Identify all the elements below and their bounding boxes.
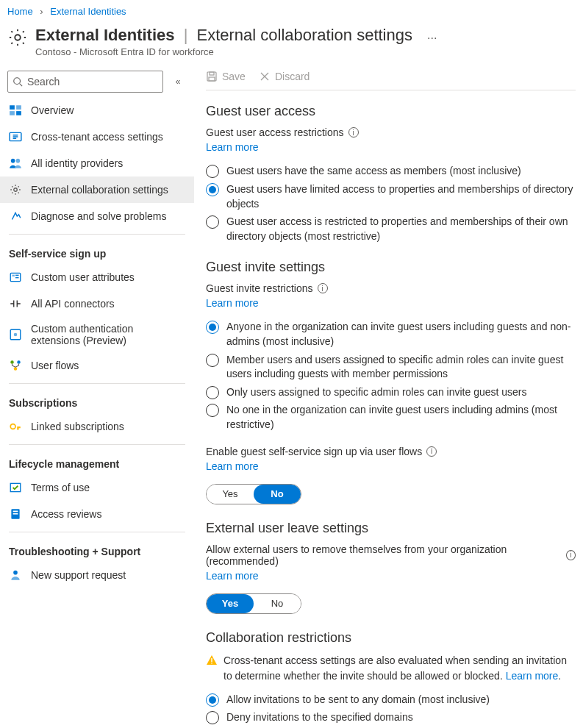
radio-icon <box>206 183 219 196</box>
svg-point-16 <box>10 361 14 365</box>
key-icon <box>9 420 22 433</box>
radio-icon <box>206 165 219 178</box>
collab-warning-learn-more[interactable]: Learn more <box>506 670 559 682</box>
support-icon <box>9 568 22 582</box>
page-header: External Identities | External collabora… <box>0 23 583 66</box>
more-button[interactable]: ··· <box>427 32 437 45</box>
title-separator: | <box>184 26 188 44</box>
svg-rect-27 <box>209 77 215 81</box>
toggle-yes[interactable]: Yes <box>207 485 254 504</box>
radio-invite-admins-only[interactable]: Only users assigned to specific admin ro… <box>206 385 576 400</box>
svg-rect-22 <box>13 511 18 513</box>
radio-icon <box>206 215 219 229</box>
discard-button[interactable]: Discard <box>259 71 310 82</box>
radio-guest-access-limited[interactable]: Guest users have limited access to prope… <box>206 182 576 211</box>
radio-icon <box>206 386 219 399</box>
search-input[interactable]: Search <box>7 71 163 93</box>
sidebar-item-support-request[interactable]: New support request <box>0 562 194 588</box>
radio-collab-deny-domains[interactable]: Deny invitations to the specified domain… <box>206 710 576 725</box>
radio-icon <box>206 354 219 367</box>
section-guest-access-title: Guest user access <box>206 104 576 119</box>
divider <box>9 383 185 384</box>
sidebar-item-access-reviews[interactable]: Access reviews <box>0 501 194 527</box>
section-guest-invite-title: Guest invite settings <box>206 260 576 275</box>
svg-point-24 <box>13 571 18 575</box>
svg-point-8 <box>16 159 21 163</box>
svg-point-18 <box>14 368 18 371</box>
radio-collab-allow-any[interactable]: Allow invitations to be sent to any doma… <box>206 693 576 707</box>
guest-invite-label: Guest invite restrictions i <box>206 282 576 294</box>
attributes-icon <box>9 271 22 284</box>
page-subtitle: Contoso - Microsoft Entra ID for workfor… <box>35 46 412 57</box>
sidebar-item-identity-providers[interactable]: All identity providers <box>0 150 194 176</box>
save-button[interactable]: Save <box>206 71 246 82</box>
sidebar-item-terms-of-use[interactable]: Terms of use <box>0 474 194 501</box>
toggle-no[interactable]: No <box>254 594 301 613</box>
svg-rect-3 <box>16 106 21 110</box>
sidebar-item-label: Linked subscriptions <box>31 421 124 432</box>
info-icon[interactable]: i <box>318 283 328 293</box>
diagnose-icon <box>9 210 22 223</box>
leave-learn-more[interactable]: Learn more <box>206 570 259 582</box>
svg-rect-28 <box>211 658 212 662</box>
section-leave-title: External user leave settings <box>206 521 576 536</box>
nav-group-lifecycle: Lifecycle management <box>0 449 194 474</box>
sidebar-item-custom-auth[interactable]: Custom authentication extensions (Previe… <box>0 317 194 352</box>
discard-icon <box>259 71 271 82</box>
cross-tenant-icon <box>9 130 22 143</box>
self-service-learn-more[interactable]: Learn more <box>206 460 259 472</box>
gear-icon <box>7 27 28 48</box>
guest-access-learn-more[interactable]: Learn more <box>206 141 259 153</box>
svg-point-7 <box>11 159 15 163</box>
radio-guest-access-restricted[interactable]: Guest user access is restricted to prope… <box>206 215 576 243</box>
sidebar-item-linked-subscriptions[interactable]: Linked subscriptions <box>0 413 194 440</box>
toggle-self-service[interactable]: Yes No <box>206 484 301 504</box>
info-icon[interactable]: i <box>426 446 437 457</box>
sidebar-item-user-flows[interactable]: User flows <box>0 352 194 379</box>
sidebar-item-label: Overview <box>31 104 74 116</box>
svg-rect-12 <box>15 275 19 276</box>
info-icon[interactable]: i <box>566 550 576 560</box>
radio-icon <box>206 404 219 417</box>
breadcrumb: Home › External Identities <box>0 0 583 23</box>
warning-icon <box>206 654 218 666</box>
toggle-leave[interactable]: Yes No <box>206 593 301 614</box>
svg-point-9 <box>14 188 18 192</box>
radio-guest-access-inclusive[interactable]: Guest users have the same access as memb… <box>206 164 576 179</box>
breadcrumb-home[interactable]: Home <box>7 6 33 17</box>
sidebar-item-label: Terms of use <box>31 482 90 493</box>
svg-rect-11 <box>12 275 15 276</box>
collab-warning: Cross-tenant access settings are also ev… <box>206 653 576 684</box>
search-icon <box>12 76 23 87</box>
svg-point-15 <box>14 333 18 337</box>
toggle-no[interactable]: No <box>254 485 301 504</box>
radio-invite-no-one[interactable]: No one in the organization can invite gu… <box>206 403 576 432</box>
guest-access-label: Guest user access restrictions i <box>206 126 576 138</box>
sidebar-item-diagnose[interactable]: Diagnose and solve problems <box>0 203 194 229</box>
radio-invite-members[interactable]: Member users and users assigned to speci… <box>206 353 576 382</box>
svg-rect-29 <box>211 663 212 664</box>
nav-group-troubleshooting: Troubleshooting + Support <box>0 537 194 562</box>
sidebar-item-external-collaboration[interactable]: External collaboration settings <box>0 176 194 203</box>
sidebar-item-custom-attributes[interactable]: Custom user attributes <box>0 264 194 290</box>
svg-point-1 <box>14 78 21 85</box>
main-content: Save Discard Guest user access Guest use… <box>194 66 583 728</box>
toggle-yes[interactable]: Yes <box>207 594 254 613</box>
collapse-sidebar-button[interactable]: « <box>169 76 187 87</box>
sidebar-item-label: Access reviews <box>31 508 101 520</box>
sidebar-item-label: Cross-tenant access settings <box>31 131 163 143</box>
svg-point-17 <box>17 361 21 365</box>
radio-invite-anyone[interactable]: Anyone in the organization can invite gu… <box>206 320 576 349</box>
user-flows-icon <box>9 359 22 372</box>
nav-group-self-service: Self-service sign up <box>0 239 194 264</box>
breadcrumb-external-identities[interactable]: External Identities <box>50 6 126 17</box>
sidebar-item-cross-tenant[interactable]: Cross-tenant access settings <box>0 124 194 150</box>
sidebar-item-api-connectors[interactable]: All API connectors <box>0 290 194 317</box>
info-icon[interactable]: i <box>348 127 359 138</box>
radio-icon <box>206 693 219 707</box>
guest-invite-learn-more[interactable]: Learn more <box>206 297 259 309</box>
overview-icon <box>9 104 22 117</box>
sidebar: Search « Overview Cross-tenant access se… <box>0 66 194 728</box>
page-title-main: External Identities <box>35 26 175 44</box>
sidebar-item-overview[interactable]: Overview <box>0 97 194 124</box>
